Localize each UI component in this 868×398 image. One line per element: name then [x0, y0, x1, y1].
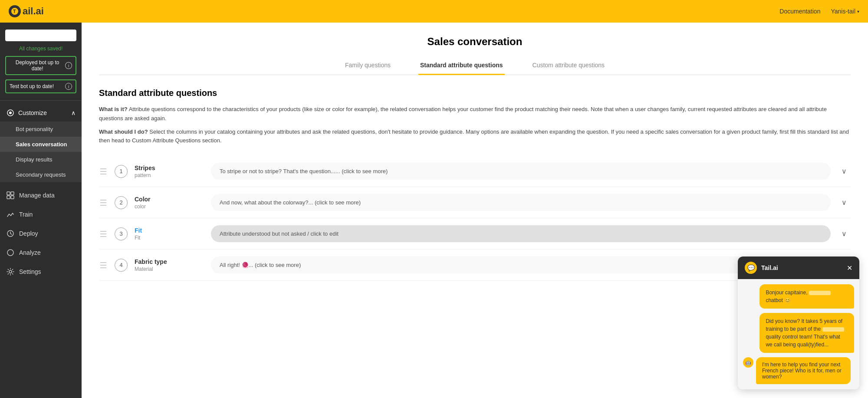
- attr-number-1: 1: [115, 165, 128, 178]
- attr-question-3[interactable]: Attribute understood but not asked / cli…: [211, 225, 831, 242]
- attr-question-1[interactable]: To stripe or not to stripe? That's the q…: [211, 163, 831, 180]
- drag-handle-3[interactable]: [99, 230, 108, 237]
- chat-message-1: Bonjour capitaine, chatbot 😊: [760, 284, 854, 309]
- redacted-1: [809, 291, 831, 295]
- svg-rect-7: [11, 196, 14, 199]
- chat-message-2: Did you know? It takes 5 years of traini…: [760, 313, 854, 353]
- attr-info-3: Fit Fit: [135, 227, 204, 241]
- chat-header: 💬 Tail.ai ✕: [738, 257, 859, 279]
- svg-rect-6: [7, 196, 10, 199]
- attr-name-2: Color: [135, 196, 204, 203]
- chat-header-left: 💬 Tail.ai: [745, 262, 778, 274]
- what-should-text: Select the columns in your catalog conta…: [99, 128, 849, 144]
- logo-text: ail.ai: [23, 6, 44, 17]
- manage-data-label: Manage data: [19, 192, 55, 199]
- attr-sub-3: Fit: [135, 235, 204, 241]
- customize-label-wrapper: Customize: [6, 109, 47, 117]
- svg-text:T: T: [13, 9, 16, 14]
- svg-point-10: [9, 270, 12, 273]
- redacted-2: [822, 327, 844, 332]
- chat-bot-avatar: 🤖: [743, 357, 753, 368]
- test-info-icon[interactable]: i: [65, 83, 72, 90]
- tab-custom-attribute-questions[interactable]: Custom attribute questions: [531, 56, 607, 75]
- sidebar-item-settings[interactable]: Settings: [0, 262, 82, 281]
- sidebar-item-analyze[interactable]: Analyze: [0, 243, 82, 262]
- customize-subitems: Bot personality Sales conversation Displ…: [0, 122, 82, 182]
- customize-chevron: ∧: [71, 109, 76, 116]
- topbar: T ail.ai Documentation Yanis-tail ▾: [0, 0, 868, 23]
- sidebar-item-deploy[interactable]: Deploy: [0, 224, 82, 243]
- doc-link[interactable]: Documentation: [779, 8, 820, 15]
- chat-body: Bonjour capitaine, chatbot 😊 Did you kno…: [738, 279, 859, 389]
- settings-label: Settings: [19, 268, 41, 275]
- deployed-btn-label: Deployed bot up to date!: [10, 59, 65, 72]
- tab-standard-attribute-questions[interactable]: Standard attribute questions: [418, 56, 505, 75]
- save-status: All changes saved!: [5, 46, 76, 52]
- sidebar-item-sales-conversation[interactable]: Sales conversation: [0, 137, 82, 152]
- customize-section: Customize ∧ Bot personality Sales conver…: [0, 101, 82, 186]
- analyze-label: Analyze: [19, 249, 41, 256]
- attr-number-3: 3: [115, 227, 128, 240]
- sidebar: All changes saved! Deployed bot up to da…: [0, 23, 82, 398]
- customize-header[interactable]: Customize ∧: [0, 104, 82, 122]
- what-is-it-text: Attribute questions correspond to the ch…: [99, 106, 827, 122]
- attr-sub-4: Material: [135, 266, 204, 272]
- deployed-info-icon[interactable]: i: [65, 62, 72, 69]
- attr-info-4: Fabric type Material: [135, 258, 204, 272]
- sidebar-top: All changes saved! Deployed bot up to da…: [0, 23, 82, 101]
- chat-message-3: I'm here to help you find your next Fren…: [756, 357, 851, 384]
- topbar-right: Documentation Yanis-tail ▾: [779, 8, 859, 15]
- attribute-row-3: 3 Fit Fit Attribute understood but not a…: [99, 218, 851, 250]
- attribute-row-1: 1 Stripes pattern To stripe or not to st…: [99, 156, 851, 187]
- attr-name-4: Fabric type: [135, 258, 204, 265]
- drag-handle-2[interactable]: [99, 199, 108, 206]
- tabs: Family questions Standard attribute ques…: [99, 56, 851, 75]
- chat-widget: 💬 Tail.ai ✕ Bonjour capitaine, chatbot 😊…: [738, 257, 859, 389]
- section-title: Standard attribute questions: [99, 88, 851, 98]
- sidebar-item-display-results[interactable]: Display results: [0, 152, 82, 167]
- svg-rect-4: [7, 192, 10, 195]
- page-title: Sales conversation: [99, 23, 851, 56]
- analyze-icon: [6, 248, 15, 257]
- user-menu[interactable]: Yanis-tail ▾: [831, 8, 859, 15]
- customize-icon: [6, 109, 15, 117]
- drag-handle-1[interactable]: [99, 168, 108, 175]
- attr-number-2: 2: [115, 196, 128, 209]
- logo-icon: T: [9, 5, 21, 17]
- customize-label: Customize: [18, 109, 47, 116]
- attr-name-1: Stripes: [135, 164, 204, 171]
- chat-title: Tail.ai: [761, 264, 778, 271]
- attr-info-1: Stripes pattern: [135, 164, 204, 178]
- tab-family-questions[interactable]: Family questions: [343, 56, 392, 75]
- sidebar-item-bot-personality[interactable]: Bot personality: [0, 122, 82, 137]
- test-btn[interactable]: Test bot up to date! i: [5, 79, 76, 93]
- deploy-icon: [6, 229, 15, 238]
- svg-rect-5: [11, 192, 14, 195]
- attr-expand-1[interactable]: ∨: [838, 165, 851, 178]
- chat-close-button[interactable]: ✕: [847, 264, 852, 272]
- test-btn-label: Test bot up to date!: [10, 83, 54, 89]
- attr-question-2[interactable]: And now, what about the colorway?... (cl…: [211, 194, 831, 211]
- sidebar-item-train[interactable]: Train: [0, 205, 82, 224]
- what-should-desc: What should I do? Select the columns in …: [99, 128, 851, 146]
- attr-expand-3[interactable]: ∨: [838, 227, 851, 240]
- search-input[interactable]: [5, 30, 76, 41]
- what-is-it-label: What is it?: [99, 106, 128, 112]
- attr-expand-2[interactable]: ∨: [838, 196, 851, 209]
- svg-point-3: [9, 112, 12, 114]
- drag-handle-4[interactable]: [99, 262, 108, 269]
- user-label: Yanis-tail: [831, 8, 855, 15]
- sidebar-item-secondary-requests[interactable]: Secondary requests: [0, 167, 82, 182]
- logo-svg: T: [11, 7, 19, 15]
- what-is-it-desc: What is it? Attribute questions correspo…: [99, 105, 851, 123]
- attr-sub-1: pattern: [135, 172, 204, 178]
- attr-number-4: 4: [115, 259, 128, 272]
- what-should-label: What should I do?: [99, 128, 148, 135]
- deployed-btn[interactable]: Deployed bot up to date! i: [5, 56, 76, 75]
- chat-avatar: 💬: [745, 262, 757, 274]
- train-label: Train: [19, 211, 33, 218]
- chat-message-3-wrapper: 🤖 I'm here to help you find your next Fr…: [743, 357, 854, 384]
- train-icon: [6, 210, 15, 219]
- sidebar-item-manage-data[interactable]: Manage data: [0, 186, 82, 205]
- grid-icon: [6, 191, 15, 200]
